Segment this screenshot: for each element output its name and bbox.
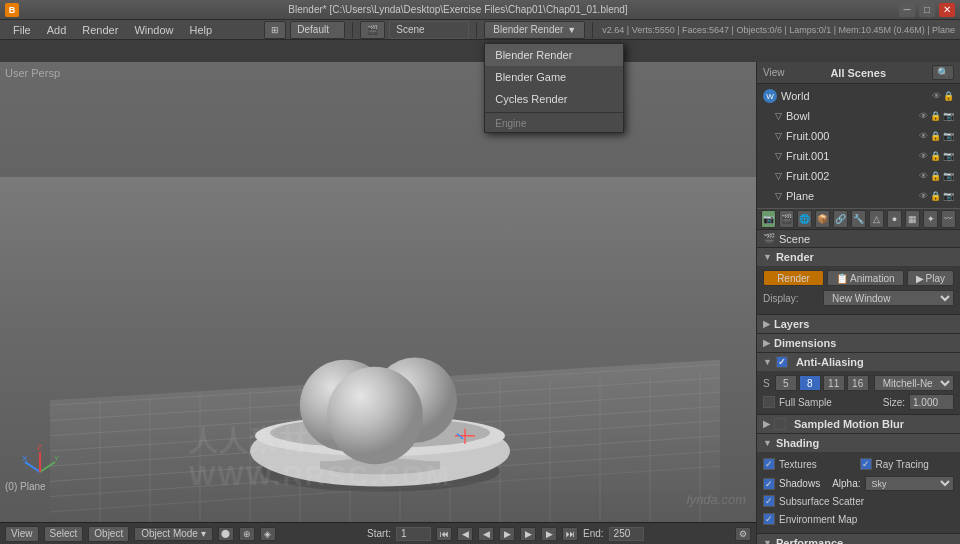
engine-option-blender-game[interactable]: Blender Game (485, 66, 623, 88)
fruit002-render-icon[interactable]: 📷 (943, 171, 954, 181)
plane-lock-icon[interactable]: 🔒 (930, 191, 941, 201)
engine-dropdown-btn[interactable]: Blender Render ▼ (484, 21, 585, 39)
engine-option-blender-render[interactable]: Blender Render (485, 44, 623, 66)
fruit000-render-icon[interactable]: 📷 (943, 131, 954, 141)
shading-section-header[interactable]: ▼ Shading (757, 434, 960, 452)
object-props-icon[interactable]: 📦 (815, 210, 830, 228)
subsurface-checkbox[interactable]: ✓ (763, 495, 775, 507)
view-select-btn[interactable]: ⊕ (239, 527, 255, 541)
world-props-icon[interactable]: 🌐 (797, 210, 812, 228)
scene-props-icon[interactable]: 🎬 (779, 210, 794, 228)
motion-blur-header[interactable]: ▶ Sampled Motion Blur (757, 415, 960, 433)
layout-name[interactable]: Default (290, 21, 345, 39)
fruit001-lock-icon[interactable]: 🔒 (930, 151, 941, 161)
3d-viewport[interactable]: User Persp (0, 62, 756, 522)
layers-section-header[interactable]: ▶ Layers (757, 315, 960, 333)
bowl-render-icon[interactable]: 📷 (943, 111, 954, 121)
ray-tracing-checkbox[interactable]: ✓ (860, 458, 872, 470)
play-icon: ▶ (916, 273, 924, 284)
texture-icon[interactable]: ▦ (905, 210, 920, 228)
view-label: View (763, 67, 785, 78)
start-frame-field[interactable] (396, 527, 431, 541)
play-fwd-btn[interactable]: ▶ (520, 527, 536, 541)
bowl-eye-icon[interactable]: 👁 (919, 111, 928, 121)
select-button[interactable]: Select (44, 526, 84, 542)
fruit001-eye-icon[interactable]: 👁 (919, 151, 928, 161)
outliner-item-fruit002[interactable]: ▽ Fruit.002 👁 🔒 📷 (769, 166, 960, 186)
close-button[interactable]: ✕ (939, 3, 955, 17)
dimensions-section-header[interactable]: ▶ Dimensions (757, 334, 960, 352)
jump-start-btn[interactable]: ⏮ (436, 527, 452, 541)
scene-btn[interactable]: 🎬 (360, 21, 385, 39)
alpha-dropdown[interactable]: Sky (865, 476, 955, 491)
jump-end-btn[interactable]: ⏭ (562, 527, 578, 541)
bowl-lock-icon[interactable]: 🔒 (930, 111, 941, 121)
aa-num-16[interactable]: 16 (847, 375, 869, 391)
textures-checkbox[interactable]: ✓ (763, 458, 775, 470)
aa-filter-dropdown[interactable]: Mitchell-Netravali (874, 375, 954, 391)
fruit000-triangle-icon: ▽ (775, 131, 782, 141)
fruit002-eye-icon[interactable]: 👁 (919, 171, 928, 181)
outliner-item-fruit000[interactable]: ▽ Fruit.000 👁 🔒 📷 (769, 126, 960, 146)
object-button[interactable]: Object (88, 526, 129, 542)
full-sample-checkbox[interactable] (763, 396, 775, 408)
animation-button[interactable]: 📋 Animation (827, 270, 903, 286)
layout-mode-btn[interactable]: ⊞ (264, 21, 286, 39)
physics-icon[interactable]: 〰 (941, 210, 956, 228)
outliner-item-plane[interactable]: ▽ Plane 👁 🔒 📷 (769, 186, 960, 206)
render-button[interactable]: Render (763, 270, 824, 286)
fruit000-eye-icon[interactable]: 👁 (919, 131, 928, 141)
menu-render[interactable]: Render (74, 22, 126, 38)
engine-option-cycles-render[interactable]: Cycles Render (485, 88, 623, 110)
outliner-item-world[interactable]: W World 👁 🔒 (757, 86, 960, 106)
outliner-item-bowl[interactable]: ▽ Bowl 👁 🔒 📷 (769, 106, 960, 126)
fruit002-lock-icon[interactable]: 🔒 (930, 171, 941, 181)
viewport-shading-btn[interactable]: ⬤ (218, 527, 234, 541)
next-keyframe-btn[interactable]: ▶ (541, 527, 557, 541)
minimize-button[interactable]: ─ (899, 3, 915, 17)
size-field[interactable] (909, 394, 954, 410)
scene-name[interactable]: Scene (389, 21, 469, 39)
menu-add[interactable]: Add (39, 22, 75, 38)
performance-section-header[interactable]: ▼ Performance (757, 534, 960, 544)
aa-num-5[interactable]: 5 (775, 375, 797, 391)
outliner-search-btn[interactable]: 🔍 (932, 65, 954, 80)
render-section-header[interactable]: ▼ Render (757, 248, 960, 266)
world-eye-icon[interactable]: 👁 (932, 91, 941, 101)
prev-keyframe-btn[interactable]: ◀ (457, 527, 473, 541)
env-map-checkbox[interactable]: ✓ (763, 513, 775, 525)
play-back-btn[interactable]: ◀ (478, 527, 494, 541)
app-icon: B (5, 3, 19, 17)
menu-file[interactable]: File (5, 22, 39, 38)
plane-eye-icon[interactable]: 👁 (919, 191, 928, 201)
material-icon[interactable]: ● (887, 210, 902, 228)
aa-section-header[interactable]: ▼ ✓ Anti-Aliasing (757, 353, 960, 371)
end-frame-field[interactable] (609, 527, 644, 541)
world-lock-icon[interactable]: 🔒 (943, 91, 954, 101)
render-props-icon[interactable]: 📷 (761, 210, 776, 228)
maximize-button[interactable]: □ (919, 3, 935, 17)
play-button[interactable]: ▶ Play (907, 270, 954, 286)
object-mode-select[interactable]: Object Mode ▾ (134, 527, 212, 541)
pivot-btn[interactable]: ◈ (260, 527, 276, 541)
particles-icon[interactable]: ✦ (923, 210, 938, 228)
timeline-menu-btn[interactable]: ⚙ (735, 527, 751, 541)
play-btn[interactable]: ▶ (499, 527, 515, 541)
view-button[interactable]: View (5, 526, 39, 542)
fruit000-lock-icon[interactable]: 🔒 (930, 131, 941, 141)
menu-window[interactable]: Window (126, 22, 181, 38)
fruit001-render-icon[interactable]: 📷 (943, 151, 954, 161)
data-props-icon[interactable]: △ (869, 210, 884, 228)
display-dropdown[interactable]: New Window (823, 290, 954, 306)
shadows-checkbox[interactable]: ✓ (763, 478, 775, 490)
aa-num-8[interactable]: 8 (799, 375, 821, 391)
motion-blur-checkbox[interactable] (774, 418, 786, 430)
constraints-icon[interactable]: 🔗 (833, 210, 848, 228)
outliner-item-fruit001[interactable]: ▽ Fruit.001 👁 🔒 📷 (769, 146, 960, 166)
menu-help[interactable]: Help (182, 22, 221, 38)
modifiers-icon[interactable]: 🔧 (851, 210, 866, 228)
plane-render-icon[interactable]: 📷 (943, 191, 954, 201)
fruit001-triangle-icon: ▽ (775, 151, 782, 161)
aa-checkbox[interactable]: ✓ (776, 356, 788, 368)
aa-num-11[interactable]: 11 (823, 375, 845, 391)
